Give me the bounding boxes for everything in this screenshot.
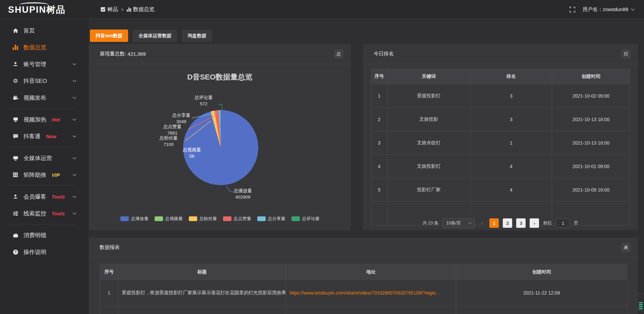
tools-badge: Tools bbox=[52, 211, 65, 216]
legend-item-comments[interactable]: 总评论量 bbox=[291, 216, 320, 222]
sidebar-item-home[interactable]: 首页 bbox=[0, 22, 89, 39]
table-row: 5 投影灯厂家 4 2021-10-09 18:00 bbox=[371, 178, 630, 202]
cell-index: 1 bbox=[100, 280, 118, 306]
header-right: 用户名：zswodun88 bbox=[570, 0, 635, 19]
sidebar-item-omnimedia-operation[interactable]: 全媒体运营 bbox=[0, 150, 89, 166]
cell-created-time: 2021-11-22 12:08 bbox=[456, 280, 627, 306]
pie-label-likes: 总点赞量 7681 bbox=[157, 123, 188, 136]
pie-label-fans: 总粉丝量 7100 bbox=[153, 135, 184, 148]
video-link[interactable]: https://www.iesdouyin.com/share/video/70… bbox=[289, 290, 440, 296]
column-header: 排名 bbox=[471, 69, 552, 84]
chevron-down-icon bbox=[72, 97, 76, 99]
floating-widget[interactable] bbox=[637, 293, 644, 311]
sidebar-divider bbox=[7, 224, 78, 224]
column-header: 关键词 bbox=[387, 69, 471, 84]
sidebar-item-douketong[interactable]: 抖客通 New bbox=[0, 128, 89, 145]
pie-label-videos: 总视频量 58 bbox=[179, 147, 205, 159]
pie-label-name: 总粉丝量 bbox=[153, 135, 184, 141]
column-header: 地址 bbox=[286, 265, 457, 280]
pie-label-name: 总分享量 bbox=[165, 112, 197, 118]
cell-keyword: 文旅投影 bbox=[387, 108, 471, 131]
cell-keyword: 投影灯厂家 bbox=[387, 178, 471, 202]
sidebar-item-video-heating[interactable]: 视频加热 Hot bbox=[0, 111, 89, 128]
day-view-button[interactable]: 日 bbox=[621, 49, 631, 59]
ranking-table-header: 序号 关键词 排名 创建时间 bbox=[371, 69, 630, 84]
sidebar-item-label: 矩阵助推 bbox=[23, 171, 46, 179]
pie-label-name: 总点赞量 bbox=[157, 123, 188, 130]
legend-swatch bbox=[120, 216, 129, 221]
cell-rank: 1 bbox=[471, 131, 552, 155]
ranking-table: 序号 关键词 排名 创建时间 1 景观投影灯 3 2021-10-02 09:0… bbox=[371, 69, 630, 225]
cell-url: https://www.iesdouyin.com/share/video/70… bbox=[286, 280, 457, 306]
next-page-button[interactable]: › bbox=[530, 218, 539, 228]
hot-badge: Hot bbox=[52, 117, 60, 122]
cell-keyword: 文旅水纹灯 bbox=[387, 131, 471, 155]
table-view-button[interactable]: 表 bbox=[621, 243, 631, 252]
user-menu[interactable]: 用户名：zswodun88 bbox=[583, 6, 635, 13]
page-button-2[interactable]: 2 bbox=[503, 218, 512, 228]
sidebar-item-label: 线索监控 bbox=[23, 210, 46, 217]
logo-arc bbox=[19, 2, 48, 7]
chevron-down-icon bbox=[72, 135, 76, 138]
pagination-total: 共 23 条 bbox=[423, 220, 439, 226]
table-row: 4 文旅投影灯 4 2021-10-01 09:00 bbox=[371, 155, 630, 178]
page-size-select[interactable]: 10条/页 bbox=[442, 218, 475, 228]
tab-omnimedia-data[interactable]: 全媒体运营数据 bbox=[133, 30, 177, 42]
ranking-panel-header: 今日排名 日 bbox=[363, 44, 638, 64]
legend-swatch bbox=[189, 216, 197, 221]
chart-legend: 总播放量 总视频量 总粉丝量 总点赞量 总分享量 总评论量 bbox=[89, 216, 351, 222]
pie-label-name: 总评论量 bbox=[190, 94, 218, 101]
cell-index: 2 bbox=[371, 108, 387, 131]
column-header: 序号 bbox=[371, 69, 387, 84]
chevron-down-icon bbox=[72, 118, 76, 121]
sidebar-item-instructions[interactable]: ? 操作说明 bbox=[0, 244, 89, 260]
wallet-icon bbox=[12, 232, 19, 238]
pie-chart-area: D音SEO数据量总览 总评论量 572 总分享量 3049 总点赞量 7681 bbox=[89, 64, 351, 230]
sidebar-divider bbox=[7, 108, 78, 109]
chat-icon bbox=[12, 134, 19, 139]
goto-label: 前往 bbox=[543, 220, 552, 226]
sidebar-item-account-management[interactable]: 账号管理 bbox=[0, 56, 89, 72]
sidebar-item-member-baoke[interactable]: 会员爆客 Tools bbox=[0, 188, 89, 205]
chevron-down-icon bbox=[72, 63, 76, 65]
tab-inquiry-data[interactable]: 询盘数据 bbox=[182, 30, 212, 42]
sidebar-divider bbox=[7, 147, 78, 147]
breadcrumb-current-label: 数据总览 bbox=[133, 6, 155, 13]
breadcrumb-separator: > bbox=[121, 7, 124, 12]
prev-page-button[interactable]: ‹ bbox=[479, 220, 485, 226]
total-view-button[interactable]: 总 bbox=[334, 49, 343, 59]
sidebar-item-label: 消费明细 bbox=[23, 231, 46, 239]
sidebar-item-lead-monitoring[interactable]: 线索监控 Tools bbox=[0, 205, 89, 222]
fullscreen-icon[interactable] bbox=[570, 7, 575, 12]
legend-item-plays[interactable]: 总播放量 bbox=[120, 216, 149, 222]
legend-item-videos[interactable]: 总视频量 bbox=[155, 216, 183, 222]
column-header: 创建时间 bbox=[552, 69, 630, 84]
cell-keyword: 景观投影灯 bbox=[387, 84, 471, 108]
sidebar-item-video-publish[interactable]: 视频发布 bbox=[0, 89, 89, 106]
pie-label-value: 402909 bbox=[224, 194, 261, 200]
chevron-down-icon bbox=[72, 80, 76, 82]
pie-label-comments: 总评论量 572 bbox=[190, 94, 218, 107]
cell-rank: 3 bbox=[471, 108, 552, 131]
legend-item-shares[interactable]: 总分享量 bbox=[257, 216, 285, 222]
report-table: 序号 标题 地址 创建时间 1 景观投影灯，夜游景观投影灯厂家展示展示落花灯在花… bbox=[100, 264, 627, 314]
sidebar-item-douyin-seo[interactable]: ⚙ 抖音SEO bbox=[0, 72, 89, 89]
legend-label: 总点赞量 bbox=[234, 216, 251, 222]
breadcrumb-current[interactable]: 数据总览 bbox=[127, 6, 155, 13]
legend-item-likes[interactable]: 总点赞量 bbox=[223, 216, 251, 222]
sidebar-item-consumption-detail[interactable]: 消费明细 bbox=[0, 227, 89, 244]
cell-index: 4 bbox=[371, 155, 387, 178]
goto-page-input[interactable] bbox=[556, 218, 570, 228]
report-panel-title: 数据报表 bbox=[100, 244, 120, 251]
column-header: 序号 bbox=[100, 265, 118, 280]
page-button-3[interactable]: 3 bbox=[516, 218, 526, 228]
sidebar-menu: 首页 数据总览 账号管理 ⚙ 抖音SEO bbox=[0, 19, 89, 260]
legend-item-fans[interactable]: 总粉丝量 bbox=[189, 216, 217, 222]
tab-douyin-seo-data[interactable]: 抖音seo数据 bbox=[90, 30, 128, 42]
sidebar-item-label: 数据总览 bbox=[23, 44, 46, 51]
page-button-1[interactable]: 1 bbox=[489, 218, 499, 228]
sidebar-item-matrix-boost[interactable]: 矩阵助推 VIP bbox=[0, 166, 89, 183]
cell-index: 5 bbox=[371, 178, 387, 202]
sidebar-item-data-overview[interactable]: 数据总览 bbox=[0, 39, 89, 56]
breadcrumb-root[interactable]: 树品 bbox=[101, 6, 118, 13]
